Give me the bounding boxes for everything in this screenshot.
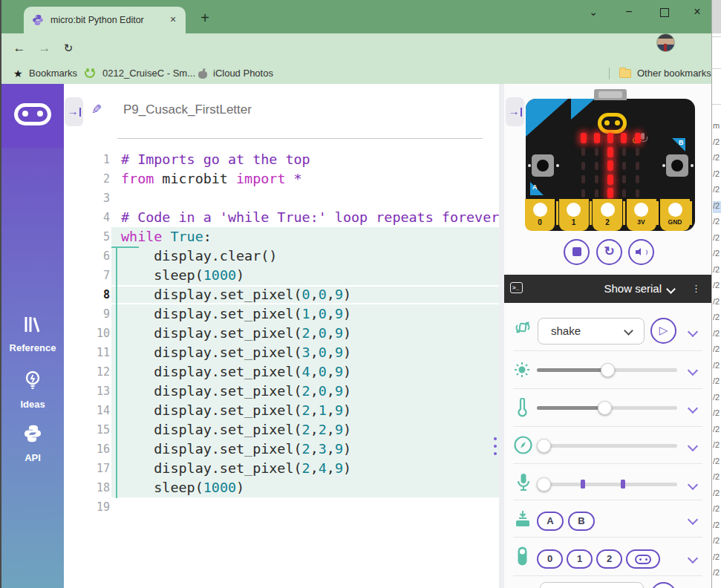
background-list-item: /2 — [713, 425, 721, 437]
sun-icon — [514, 362, 530, 381]
profile-avatar[interactable] — [656, 33, 675, 52]
bookmarks-star-icon[interactable]: ★ — [13, 63, 23, 84]
microphone-slider[interactable] — [537, 483, 677, 486]
python-favicon — [32, 14, 44, 26]
send-button[interactable] — [650, 582, 676, 588]
led-on — [635, 133, 641, 143]
reset-button[interactable]: ↻ — [596, 239, 622, 265]
serial-chevron-icon[interactable] — [666, 284, 676, 294]
code-line[interactable]: # Imports go at the top — [121, 150, 310, 169]
temperature-row — [504, 388, 711, 426]
message-input[interactable] — [540, 582, 644, 588]
gesture-select[interactable]: shake — [538, 318, 645, 344]
microphone-slider-thumb[interactable] — [537, 477, 551, 491]
other-bookmarks[interactable]: Other bookmarks — [637, 63, 711, 84]
edit-title-pencil-icon[interactable]: ✎ — [91, 102, 102, 117]
bookmark-item-cruisec[interactable]: 0212_CruiseC - Sm... — [102, 63, 195, 84]
press-button-A[interactable]: A — [537, 512, 564, 531]
light-expand-chevron[interactable] — [688, 365, 698, 376]
buttons-row: AB — [504, 500, 711, 537]
code-line[interactable]: display.set_pixel(2,0,9) — [121, 324, 351, 343]
background-list-item: m — [713, 121, 721, 133]
sidebar-item-ideas[interactable]: Ideas — [1, 370, 64, 411]
compass-slider-thumb[interactable] — [537, 439, 551, 453]
window-minimize-button[interactable]: − — [618, 3, 640, 22]
bookmark-smiley-icon[interactable] — [85, 68, 96, 79]
stop-button[interactable] — [564, 239, 590, 265]
board-pin-3V[interactable]: 3V — [627, 199, 656, 231]
code-line[interactable]: sleep(1000) — [121, 478, 244, 497]
back-button[interactable]: ← — [10, 39, 28, 57]
microphone-icon — [517, 473, 530, 495]
tab-close-icon[interactable]: × — [166, 13, 180, 27]
light-slider[interactable] — [537, 368, 677, 372]
gesture-play-button[interactable]: ▷ — [650, 318, 676, 344]
serial-menu-icon[interactable]: ⋮ — [691, 275, 701, 303]
board-pin-0[interactable]: 0 — [525, 199, 555, 231]
code-line[interactable]: display.set_pixel(4,0,9) — [121, 362, 351, 382]
divider — [712, 36, 721, 37]
project-title[interactable]: P9_Cusack_FirstLetter — [123, 102, 252, 117]
temperature-expand-chevron[interactable] — [688, 403, 698, 414]
sidebar-expand-icon[interactable]: → — [65, 97, 83, 126]
board-logo — [598, 113, 627, 134]
gesture-expand-chevron[interactable] — [688, 327, 698, 337]
button-a-label: A — [530, 182, 544, 195]
logo-pin-pill[interactable] — [626, 549, 660, 569]
compass-expand-chevron[interactable] — [688, 441, 698, 451]
code-line[interactable]: display.clear() — [121, 246, 277, 266]
light-slider-thumb[interactable] — [601, 363, 615, 377]
gutter-line-number: 17 — [64, 459, 110, 478]
new-tab-button[interactable]: + — [195, 8, 215, 29]
show-serial-label[interactable]: Show serial — [604, 275, 662, 303]
panel-divider[interactable] — [499, 84, 504, 588]
code-line[interactable]: display.set_pixel(2,3,9) — [121, 440, 351, 459]
temperature-slider-thumb[interactable] — [598, 401, 612, 415]
sidebar-item-reference[interactable]: Reference — [1, 316, 64, 354]
board-pin-2[interactable]: 2 — [593, 199, 622, 231]
code-line[interactable]: display.set_pixel(2,0,9) — [121, 382, 351, 401]
code-line[interactable]: while True: — [121, 227, 212, 246]
reload-button[interactable]: ↻ — [59, 39, 77, 57]
code-line[interactable]: display.set_pixel(1,0,9) — [121, 304, 351, 324]
code-line[interactable]: display.set_pixel(3,0,9) — [121, 343, 351, 362]
mic-threshold-marker[interactable] — [581, 480, 585, 489]
simulator-expand-icon[interactable]: → — [506, 97, 524, 126]
sidebar-item-api[interactable]: API — [1, 424, 64, 464]
window-chevron-icon[interactable]: ⌄ — [582, 3, 604, 22]
panel-resize-handle[interactable] — [492, 433, 498, 460]
board-button-a[interactable] — [532, 154, 554, 177]
board-pin-GND[interactable]: GND — [660, 199, 690, 231]
code-line[interactable]: display.set_pixel(2,2,9) — [121, 420, 351, 440]
background-list-item: /2 — [713, 568, 721, 580]
speaker-icon — [636, 248, 642, 255]
pin-button-2[interactable]: 2 — [596, 549, 622, 569]
code-line[interactable]: display.set_pixel(0,0,9) — [121, 285, 351, 304]
code-line[interactable]: display.set_pixel(2,4,9) — [121, 459, 351, 478]
board-pin-1[interactable]: 1 — [559, 199, 589, 231]
window-close-button[interactable]: × — [686, 3, 708, 22]
pin-button-1[interactable]: 1 — [567, 549, 593, 569]
code-line[interactable]: # Code in a 'while True:' loop repeats f… — [121, 208, 499, 227]
bookmarks-label[interactable]: Bookmarks — [29, 63, 77, 84]
code-line[interactable]: display.set_pixel(2,1,9) — [121, 401, 351, 420]
microphone-expand-chevron[interactable] — [688, 480, 698, 490]
code-line[interactable]: sleep(1000) — [121, 266, 244, 285]
mic-threshold-marker[interactable] — [621, 480, 625, 489]
bookmark-item-icloud[interactable]: iCloud Photos — [213, 63, 273, 84]
forward-button[interactable]: → — [36, 39, 53, 57]
compass-slider[interactable] — [537, 444, 677, 448]
board-button-b[interactable] — [666, 154, 688, 177]
window-maximize-button[interactable] — [653, 3, 676, 22]
apple-icon[interactable] — [198, 69, 207, 79]
browser-tab[interactable]: micro:bit Python Editor × — [24, 7, 186, 33]
background-list-item: /2 — [713, 393, 721, 405]
code-line[interactable]: from microbit import * — [121, 169, 302, 189]
temperature-slider[interactable] — [537, 406, 677, 410]
press-button-B[interactable]: B — [568, 512, 595, 531]
sidebar-header[interactable] — [1, 84, 64, 148]
code-editor-pane[interactable]: → ✎ P9_Cusack_FirstLetter 12345678910111… — [64, 84, 499, 588]
pin-button-0[interactable]: 0 — [537, 549, 563, 569]
led-off — [581, 175, 585, 183]
mute-button[interactable] — [628, 239, 654, 265]
